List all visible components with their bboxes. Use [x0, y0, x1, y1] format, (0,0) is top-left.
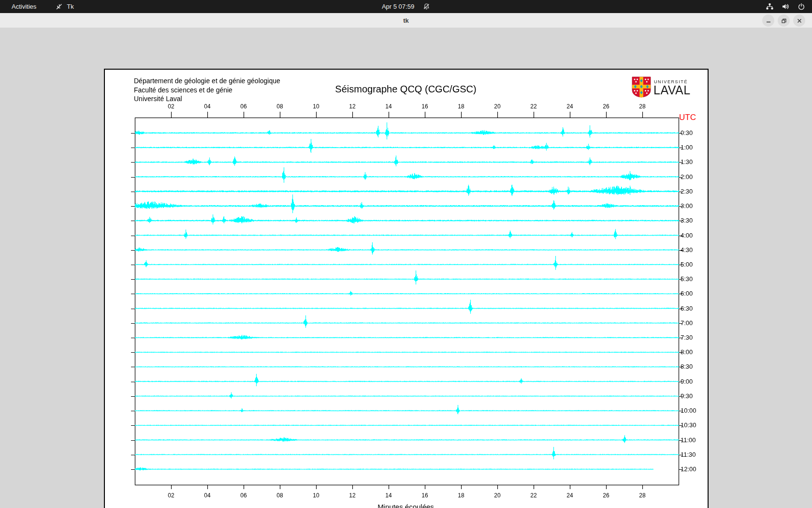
wired-network-icon[interactable]: [766, 2, 774, 11]
volume-icon[interactable]: [782, 2, 790, 11]
time-tick-label: 5:30: [681, 275, 693, 283]
institution-line-3: Université Laval: [134, 94, 280, 104]
desktop-screen: Activities Tk Apr 5 07:59: [0, 0, 812, 508]
x-tick-label: 10: [313, 103, 319, 110]
time-tick-label: 1:30: [681, 158, 693, 165]
x-tick-label: 14: [385, 103, 392, 110]
time-tick-label: 4:00: [681, 232, 693, 239]
x-tick-label: 08: [276, 492, 283, 499]
x-tick-label: 20: [494, 492, 500, 499]
close-button[interactable]: [793, 15, 805, 27]
gnome-top-bar: Activities Tk Apr 5 07:59: [0, 0, 812, 13]
x-tick-label: 02: [168, 103, 174, 110]
clock[interactable]: Apr 5 07:59: [382, 3, 414, 10]
x-tick-label: 16: [421, 492, 428, 499]
time-tick-label: 3:30: [681, 217, 693, 224]
window-title: tk: [403, 17, 409, 24]
x-axis-title: Minutes écoulées: [134, 503, 678, 508]
x-tick-label: 22: [530, 103, 536, 110]
x-tick-label: 24: [566, 103, 573, 110]
power-icon[interactable]: [798, 3, 805, 11]
time-tick-label: 0:30: [681, 129, 693, 136]
page-title: Séismographe QCQ (CGC/GSC): [134, 84, 678, 95]
x-tick-label: 22: [530, 492, 536, 499]
time-tick-label: 11:00: [681, 436, 696, 444]
time-tick-label: 6:00: [681, 290, 693, 297]
time-tick-label: 3:00: [681, 202, 693, 209]
window-titlebar[interactable]: tk: [0, 13, 812, 28]
x-tick-label: 28: [639, 103, 645, 110]
x-tick-label: 18: [458, 103, 464, 110]
time-tick-label: 9:00: [681, 378, 693, 385]
seismograph-plot-canvas: [105, 70, 708, 508]
time-tick-label: 8:00: [681, 348, 693, 356]
seismograph-page: Département de géologie et de génie géol…: [104, 69, 709, 508]
utc-label: UTC: [679, 113, 696, 122]
app-indicator-label: Tk: [67, 3, 73, 10]
x-tick-label: 24: [566, 492, 573, 499]
minimize-button[interactable]: [762, 15, 774, 27]
x-tick-label: 04: [204, 103, 210, 110]
laval-shield-icon: [632, 76, 651, 100]
x-tick-label: 28: [639, 492, 645, 499]
x-tick-label: 26: [603, 103, 609, 110]
x-tick-label: 14: [385, 492, 392, 499]
tk-icon: [56, 3, 63, 10]
x-tick-label: 18: [458, 492, 464, 499]
time-tick-label: 11:30: [681, 451, 696, 458]
time-tick-label: 5:00: [681, 261, 693, 268]
time-tick-label: 2:00: [681, 173, 693, 180]
activities-button[interactable]: Activities: [9, 2, 39, 11]
time-tick-label: 12:00: [681, 465, 696, 473]
window-content: Département de géologie et de génie géol…: [0, 28, 812, 508]
x-tick-label: 12: [349, 103, 355, 110]
time-tick-label: 7:30: [681, 334, 693, 341]
app-indicator[interactable]: Tk: [56, 3, 73, 10]
x-tick-label: 20: [494, 103, 500, 110]
time-tick-label: 10:00: [681, 407, 696, 414]
x-tick-label: 16: [421, 103, 428, 110]
time-tick-label: 7:00: [681, 319, 693, 327]
time-tick-label: 6:30: [681, 305, 693, 312]
x-tick-label: 04: [204, 492, 210, 499]
x-tick-label: 08: [276, 103, 283, 110]
notifications-muted-icon: [423, 3, 430, 10]
time-tick-label: 2:30: [681, 188, 693, 195]
logo-laval-text: LAVAL: [653, 83, 691, 97]
x-tick-label: 26: [603, 492, 609, 499]
time-tick-label: 10:30: [681, 421, 696, 429]
x-tick-label: 12: [349, 492, 355, 499]
x-tick-label: 06: [240, 103, 246, 110]
maximize-button[interactable]: [778, 15, 790, 27]
laval-logo: UNIVERSITÉ LAVAL: [632, 76, 704, 99]
x-tick-label: 06: [240, 492, 246, 499]
time-tick-label: 8:30: [681, 363, 693, 370]
x-tick-label: 10: [313, 492, 319, 499]
time-tick-label: 4:30: [681, 246, 693, 254]
x-tick-label: 02: [168, 492, 174, 499]
time-tick-label: 1:00: [681, 144, 693, 151]
time-tick-label: 9:30: [681, 392, 693, 400]
